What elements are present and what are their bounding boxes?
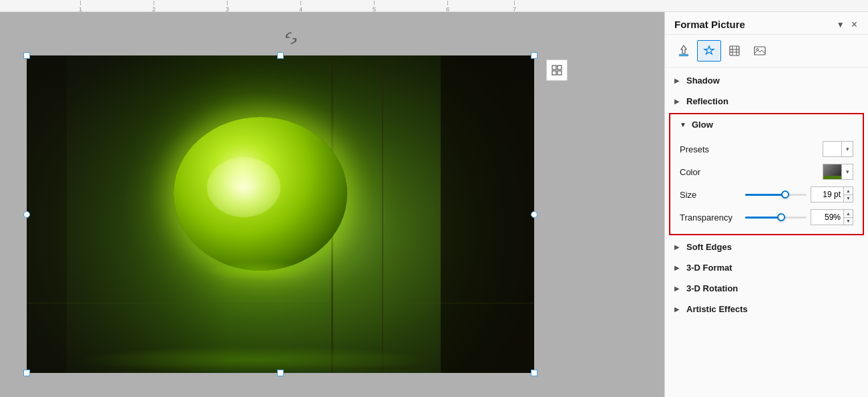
panel-content: ▶ Shadow ▶ Reflection ▼ Glow Presets bbox=[665, 68, 868, 397]
soft-edges-title: Soft Edges bbox=[686, 242, 732, 252]
ball-floor-reflection bbox=[207, 261, 314, 281]
room-left-shadow bbox=[27, 55, 67, 373]
panel-title: Format Picture bbox=[674, 19, 745, 30]
shadow-arrow: ▶ bbox=[674, 77, 682, 84]
3d-rotation-title: 3-D Rotation bbox=[686, 283, 738, 293]
glow-transparency-row: Transparency ▲ ▼ bbox=[680, 206, 853, 229]
reflection-arrow: ▶ bbox=[674, 98, 682, 105]
svg-rect-1 bbox=[558, 65, 562, 70]
ruler: 1 2 3 4 5 6 7 bbox=[0, 0, 868, 12]
glow-size-slider[interactable] bbox=[745, 194, 807, 196]
soft-edges-arrow: ▶ bbox=[674, 243, 682, 251]
handle-bot-left[interactable] bbox=[23, 370, 30, 376]
format-picture-panel: Format Picture ▼ × bbox=[664, 12, 868, 397]
room-right-shadow bbox=[441, 55, 534, 373]
color-dropdown-arrow[interactable]: ▾ bbox=[842, 168, 853, 175]
3d-rotation-arrow: ▶ bbox=[674, 285, 682, 292]
floor-glow bbox=[77, 346, 433, 373]
soft-edges-section-header[interactable]: ▶ Soft Edges bbox=[665, 237, 868, 257]
canvas-inner bbox=[0, 12, 664, 397]
glow-transparency-down[interactable]: ▼ bbox=[844, 218, 853, 225]
handle-bot-center[interactable] bbox=[277, 370, 284, 376]
room-panel-line-2 bbox=[382, 55, 383, 373]
ruler-mark-6: 6 bbox=[446, 0, 449, 13]
handle-top-left[interactable] bbox=[23, 52, 30, 59]
ruler-mark-5: 5 bbox=[373, 0, 376, 13]
glow-transparency-slider-fill bbox=[745, 217, 781, 219]
glow-ball bbox=[154, 110, 367, 284]
3d-format-section-header[interactable]: ▶ 3-D Format bbox=[665, 257, 868, 278]
reflection-section-header[interactable]: ▶ Reflection bbox=[665, 91, 868, 112]
main-area: Format Picture ▼ × bbox=[0, 12, 868, 397]
svg-rect-2 bbox=[552, 71, 556, 75]
svg-rect-3 bbox=[558, 71, 562, 75]
glow-section: ▼ Glow Presets ▾ bbox=[669, 113, 864, 235]
artistic-effects-arrow: ▶ bbox=[674, 305, 682, 313]
glow-presets-dropdown[interactable]: ▾ bbox=[823, 141, 853, 157]
glow-transparency-label: Transparency bbox=[680, 213, 740, 223]
glow-transparency-input[interactable] bbox=[811, 210, 843, 225]
fill-effects-tab[interactable] bbox=[672, 40, 696, 61]
effects-tab[interactable] bbox=[697, 40, 721, 61]
rotate-handle[interactable] bbox=[284, 31, 298, 45]
glow-size-slider-fill bbox=[745, 194, 785, 196]
glow-size-row: Size ▲ ▼ bbox=[680, 183, 853, 206]
glow-color-picker[interactable]: ▾ bbox=[823, 164, 853, 180]
ruler-mark-7: 7 bbox=[513, 0, 516, 13]
preset-swatch bbox=[823, 142, 842, 156]
glow-transparency-slider[interactable] bbox=[745, 217, 807, 219]
glow-size-spinners: ▲ ▼ bbox=[843, 187, 853, 202]
glow-size-slider-container: ▲ ▼ bbox=[745, 186, 853, 203]
glow-transparency-input-wrap: ▲ ▼ bbox=[811, 209, 853, 225]
svg-rect-10 bbox=[754, 47, 765, 55]
glow-presets-label: Presets bbox=[680, 144, 740, 154]
panel-close-button[interactable]: × bbox=[850, 19, 859, 30]
picture-tab[interactable] bbox=[748, 40, 772, 61]
panel-dropdown-button[interactable]: ▼ bbox=[834, 20, 847, 29]
glow-color-swatch bbox=[823, 164, 842, 179]
glow-section-header[interactable]: ▼ Glow bbox=[670, 114, 863, 135]
handle-top-center[interactable] bbox=[277, 52, 284, 59]
shadow-section-header[interactable]: ▶ Shadow bbox=[665, 70, 868, 91]
handle-bot-right[interactable] bbox=[531, 370, 537, 376]
size-position-tab[interactable] bbox=[722, 40, 746, 61]
svg-rect-4 bbox=[679, 54, 688, 56]
glow-section-body: Presets ▾ Color bbox=[670, 135, 863, 234]
glow-size-up[interactable]: ▲ bbox=[844, 187, 853, 195]
preset-dropdown-arrow[interactable]: ▾ bbox=[842, 146, 853, 152]
3d-rotation-section-header[interactable]: ▶ 3-D Rotation bbox=[665, 278, 868, 299]
glow-title: Glow bbox=[692, 120, 713, 130]
glow-transparency-spinners: ▲ ▼ bbox=[843, 210, 853, 225]
panel-toolbar bbox=[665, 35, 868, 68]
shadow-title: Shadow bbox=[686, 76, 720, 86]
handle-mid-left[interactable] bbox=[23, 211, 30, 218]
layout-options-button[interactable] bbox=[546, 59, 568, 81]
image-content bbox=[27, 55, 534, 373]
ruler-mark-4: 4 bbox=[299, 0, 302, 13]
ball-highlight bbox=[207, 157, 280, 217]
glow-size-slider-thumb[interactable] bbox=[781, 190, 789, 198]
svg-rect-0 bbox=[552, 65, 556, 70]
artistic-effects-section-header[interactable]: ▶ Artistic Effects bbox=[665, 299, 868, 319]
floor-line bbox=[27, 303, 534, 303]
glow-presets-control: ▾ bbox=[745, 141, 853, 157]
canvas-area bbox=[0, 12, 664, 397]
3d-format-arrow: ▶ bbox=[674, 264, 682, 271]
glow-color-row: Color ▾ bbox=[680, 160, 853, 183]
glow-arrow: ▼ bbox=[680, 121, 688, 128]
glow-size-down[interactable]: ▼ bbox=[844, 195, 853, 203]
glow-presets-row: Presets ▾ bbox=[680, 138, 853, 160]
ruler-mark-1: 1 bbox=[79, 0, 82, 13]
selected-image[interactable] bbox=[27, 55, 534, 373]
handle-top-right[interactable] bbox=[531, 52, 537, 59]
panel-header: Format Picture ▼ × bbox=[665, 12, 868, 35]
glow-transparency-up[interactable]: ▲ bbox=[844, 210, 853, 218]
3d-format-title: 3-D Format bbox=[686, 263, 732, 273]
handle-mid-right[interactable] bbox=[531, 211, 537, 218]
svg-rect-5 bbox=[730, 46, 739, 55]
glow-transparency-slider-thumb[interactable] bbox=[777, 213, 785, 221]
glow-color-control: ▾ bbox=[745, 164, 853, 180]
glow-size-input-wrap: ▲ ▼ bbox=[811, 186, 853, 203]
glow-size-input[interactable] bbox=[811, 187, 843, 202]
artistic-effects-title: Artistic Effects bbox=[686, 304, 748, 314]
